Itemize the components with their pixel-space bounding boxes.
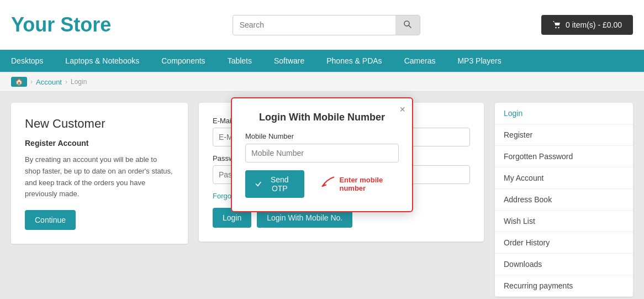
breadcrumb-current: Login xyxy=(71,78,87,86)
nav-desktops[interactable]: Desktops xyxy=(0,50,54,72)
nav-mp3[interactable]: MP3 Players xyxy=(446,50,512,72)
modal-overlay: × Login With Mobile Number Mobile Number… xyxy=(0,92,644,299)
main-nav: Desktops Laptops & Notebooks Components … xyxy=(0,50,644,72)
nav-components[interactable]: Components xyxy=(150,50,216,72)
home-icon[interactable]: 🏠 xyxy=(11,77,27,87)
modal-footer: Send OTP Enter mobile number xyxy=(245,170,399,198)
mobile-input[interactable] xyxy=(245,144,399,162)
hint-text: Enter mobile number xyxy=(339,176,399,192)
nav-tablets[interactable]: Tablets xyxy=(217,50,263,72)
search-input[interactable] xyxy=(233,16,395,34)
breadcrumb-account[interactable]: Account xyxy=(36,78,62,86)
svg-point-2 xyxy=(555,27,556,28)
svg-point-0 xyxy=(404,21,409,26)
main-content: New Customer Register Account By creatin… xyxy=(0,92,644,299)
mobile-label: Mobile Number xyxy=(245,132,399,140)
cart-icon xyxy=(552,20,561,29)
checkmark-icon xyxy=(255,180,261,188)
arrow-hint: Enter mobile number xyxy=(313,173,399,195)
modal-close-button[interactable]: × xyxy=(399,104,405,116)
search-bar xyxy=(233,15,420,35)
search-icon xyxy=(403,20,412,29)
store-title: Your Store xyxy=(11,13,111,36)
svg-point-3 xyxy=(558,27,559,28)
mobile-login-modal: × Login With Mobile Number Mobile Number… xyxy=(231,97,413,212)
nav-cameras[interactable]: Cameras xyxy=(393,50,447,72)
send-otp-label: Send OTP xyxy=(265,175,294,193)
search-button[interactable] xyxy=(395,15,420,35)
cart-label: 0 item(s) - £0.00 xyxy=(566,20,622,29)
send-otp-button[interactable]: Send OTP xyxy=(245,170,304,198)
nav-phones[interactable]: Phones & PDAs xyxy=(315,50,393,72)
nav-software[interactable]: Software xyxy=(263,50,315,72)
header: Your Store 0 item(s) - £0.00 xyxy=(0,0,644,50)
svg-line-1 xyxy=(409,25,411,28)
modal-title: Login With Mobile Number xyxy=(245,112,399,123)
cart-button[interactable]: 0 item(s) - £0.00 xyxy=(541,15,633,35)
breadcrumb-separator-1: › xyxy=(30,78,33,86)
breadcrumb-separator-2: › xyxy=(65,78,67,86)
red-arrow-icon xyxy=(313,173,336,195)
nav-laptops[interactable]: Laptops & Notebooks xyxy=(54,50,150,72)
breadcrumb: 🏠 › Account › Login xyxy=(0,72,644,92)
